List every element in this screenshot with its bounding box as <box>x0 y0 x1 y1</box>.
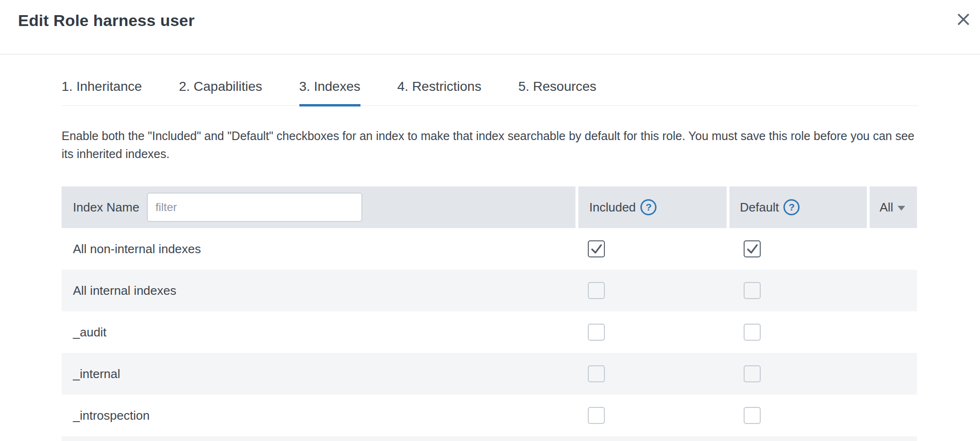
index-filter-input[interactable] <box>147 193 362 222</box>
column-header-included: Included ? <box>578 186 727 228</box>
index-name-cell: _introspection <box>73 408 150 423</box>
index-name-cell: All internal indexes <box>73 283 176 298</box>
checkmark-icon <box>589 241 604 256</box>
table-header-row: Index Name Included ? Default ? All <box>62 186 917 228</box>
table-row: All internal indexes <box>62 270 917 311</box>
all-dropdown-label: All <box>880 200 893 215</box>
tab-4-restrictions[interactable]: 4. Restrictions <box>397 80 481 106</box>
table-row: _audit <box>62 311 917 353</box>
included-checkbox[interactable] <box>588 282 605 299</box>
included-help-icon[interactable]: ? <box>640 199 656 215</box>
included-checkbox[interactable] <box>588 407 605 424</box>
default-checkbox[interactable] <box>744 282 761 299</box>
modal-header: Edit Role harness user <box>0 0 980 54</box>
column-header-default: Default ? <box>729 186 867 228</box>
index-name-cell: _audit <box>73 325 107 340</box>
table-row: All non-internal indexes <box>62 228 917 270</box>
default-checkbox[interactable] <box>744 324 761 341</box>
tab-2-capabilities[interactable]: 2. Capabilities <box>179 80 262 106</box>
table-row: _introspection <box>62 395 917 436</box>
included-checkbox[interactable] <box>588 240 605 257</box>
default-help-icon[interactable]: ? <box>783 199 800 215</box>
edit-role-modal: Edit Role harness user 1. Inheritance2. … <box>0 0 980 441</box>
included-checkbox[interactable] <box>588 324 605 341</box>
included-checkbox[interactable] <box>588 365 605 382</box>
tab-bar: 1. Inheritance2. Capabilities3. Indexes4… <box>62 80 918 106</box>
tab-1-inheritance[interactable]: 1. Inheritance <box>62 80 142 106</box>
table-row-partial <box>62 436 917 441</box>
page-title: Edit Role harness user <box>18 11 980 30</box>
default-label: Default <box>740 200 779 215</box>
default-checkbox[interactable] <box>744 407 761 424</box>
checkmark-icon <box>745 241 760 256</box>
default-checkbox[interactable] <box>744 240 761 257</box>
index-name-cell: All non-internal indexes <box>73 242 201 256</box>
index-name-cell: _internal <box>73 367 120 381</box>
chevron-down-icon <box>898 206 905 211</box>
tab-description: Enable both the "Included" and "Default"… <box>62 127 918 163</box>
tab-5-resources[interactable]: 5. Resources <box>518 80 596 106</box>
table-row: _internal <box>62 353 917 395</box>
column-header-index-name: Index Name <box>62 186 575 228</box>
included-label: Included <box>589 200 636 215</box>
modal-body: 1. Inheritance2. Capabilities3. Indexes4… <box>0 80 980 441</box>
table-body: All non-internal indexes All internal in… <box>62 228 917 441</box>
all-dropdown[interactable]: All <box>870 186 917 228</box>
close-icon[interactable] <box>955 11 971 27</box>
tab-3-indexes[interactable]: 3. Indexes <box>299 80 360 106</box>
default-checkbox[interactable] <box>744 365 761 382</box>
indexes-table: Index Name Included ? Default ? All All … <box>62 186 917 441</box>
index-name-label: Index Name <box>73 200 139 215</box>
